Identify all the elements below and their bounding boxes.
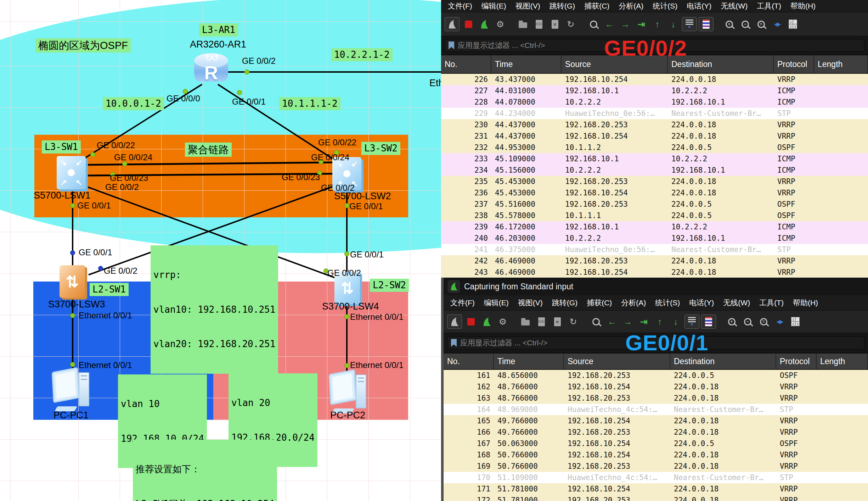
packet-row[interactable]: 237 45.516000 192.168.20.253 224.0.0.5 O… <box>441 199 868 210</box>
packet-row[interactable]: 161 48.656000 192.168.20.253 224.0.0.5 O… <box>444 370 868 381</box>
column-header-length[interactable]: Length <box>814 55 868 73</box>
packet-row[interactable]: 226 43.437000 192.168.10.254 224.0.0.18 … <box>441 74 868 85</box>
column-header-no[interactable]: No. <box>444 354 494 369</box>
menu-item[interactable]: 无线(W) <box>716 1 752 11</box>
find-packet-button[interactable] <box>589 315 603 328</box>
packet-row[interactable]: 170 51.109000 HuaweiTechno_4c:54:… Neare… <box>444 472 868 483</box>
find-packet-button[interactable] <box>586 17 601 31</box>
packet-row[interactable]: 231 44.437000 192.168.10.254 224.0.0.18 … <box>441 130 868 142</box>
go-to-packet-button[interactable]: ⇥ <box>637 315 651 328</box>
router-ar1-icon[interactable]: ↻↺ R <box>194 53 228 86</box>
zoom-reset-button[interactable]: = <box>756 315 771 328</box>
restart-capture-button[interactable] <box>477 17 491 31</box>
start-capture-button[interactable] <box>447 314 462 329</box>
menu-item[interactable]: 电话(Y) <box>684 298 718 308</box>
go-last-button[interactable]: ↓ <box>666 17 680 31</box>
layout-button[interactable]: 123 <box>788 315 802 328</box>
packet-row[interactable]: 239 46.172000 192.168.10.1 10.2.2.2 ICMP <box>441 221 868 233</box>
menu-item[interactable]: 分析(A) <box>614 1 648 11</box>
packet-row[interactable]: 236 45.453000 192.168.10.254 224.0.0.18 … <box>441 187 868 199</box>
capture-options-button[interactable]: ⚙ <box>496 315 510 328</box>
layout-button[interactable]: 123 <box>786 17 800 31</box>
menu-item[interactable]: 帮助(H) <box>786 1 820 11</box>
packet-row[interactable]: 164 48.969000 HuaweiTechno_4c:54:… Neare… <box>444 404 868 415</box>
zoom-in-button[interactable]: + <box>722 17 736 31</box>
packet-row[interactable]: 168 50.766000 192.168.10.254 224.0.0.18 … <box>444 449 868 461</box>
go-forward-button[interactable]: → <box>621 315 635 328</box>
menu-item[interactable]: 视图(V) <box>513 298 547 308</box>
switch-l2-sw1-icon[interactable]: ⇅ <box>60 265 85 298</box>
packet-row[interactable]: 230 44.437000 192.168.20.253 224.0.0.18 … <box>441 119 868 130</box>
menu-item[interactable]: 工具(T) <box>752 1 786 11</box>
zoom-out-button[interactable]: − <box>740 315 755 328</box>
go-first-button[interactable]: ↑ <box>650 17 664 31</box>
packet-row[interactable]: 166 49.766000 192.168.20.253 224.0.0.18 … <box>444 427 868 438</box>
menu-item[interactable]: 工具(T) <box>755 298 788 308</box>
packet-row[interactable]: 172 51.781000 192.168.20.253 224.0.0.18 … <box>444 495 868 501</box>
stop-capture-button[interactable] <box>461 17 475 31</box>
packet-row[interactable]: 163 48.766000 192.168.20.253 224.0.0.18 … <box>444 393 868 404</box>
menu-item[interactable]: 编辑(E) <box>479 298 513 308</box>
column-header-time[interactable]: Time <box>491 55 562 73</box>
menu-item[interactable]: 电话(Y) <box>682 1 716 11</box>
column-header-length[interactable]: Length <box>817 354 868 369</box>
menu-item[interactable]: 分析(A) <box>616 298 650 308</box>
pc2-icon[interactable] <box>327 372 368 415</box>
menu-item[interactable]: 文件(F) <box>446 298 479 308</box>
packet-row[interactable]: 243 46.469000 192.168.10.254 224.0.0.18 … <box>441 267 868 278</box>
menu-item[interactable]: 跳转(G) <box>547 298 582 308</box>
close-file-button[interactable]: ✕ <box>550 315 564 328</box>
open-file-button[interactable] <box>516 17 530 31</box>
packet-row[interactable]: 227 44.031000 192.168.10.1 10.2.2.2 ICMP <box>441 85 868 96</box>
reload-file-button[interactable]: ↻ <box>566 315 580 328</box>
resize-columns-button[interactable]: ◀▶ <box>772 315 787 328</box>
packet-row[interactable]: 234 45.156000 10.2.2.2 192.168.10.1 ICMP <box>441 165 868 176</box>
go-back-button[interactable]: ← <box>602 17 616 31</box>
autoscroll-toggle[interactable]: ▼ <box>684 314 699 329</box>
open-file-button[interactable] <box>518 315 532 328</box>
menu-item[interactable]: 捕获(C) <box>580 1 614 11</box>
save-file-button[interactable]: 0101 <box>532 17 546 31</box>
column-header-source[interactable]: Source <box>564 354 670 369</box>
go-to-packet-button[interactable]: ⇥ <box>634 17 648 31</box>
menu-item[interactable]: 视图(V) <box>511 1 545 11</box>
filter-bookmark-icon[interactable] <box>449 41 454 49</box>
menu-item[interactable]: 统计(S) <box>648 1 682 11</box>
save-file-button[interactable]: 0101 <box>534 315 548 328</box>
go-forward-button[interactable]: → <box>618 17 632 31</box>
zoom-in-button[interactable]: + <box>725 315 739 328</box>
packet-row[interactable]: 235 45.453000 192.168.20.253 224.0.0.18 … <box>441 176 868 187</box>
packet-row[interactable]: 165 49.766000 192.168.10.254 224.0.0.18 … <box>444 415 868 427</box>
menu-item[interactable]: 帮助(H) <box>788 298 823 308</box>
packet-row[interactable]: 238 45.578000 10.1.1.1 224.0.0.5 OSPF <box>441 210 868 221</box>
stop-capture-button[interactable] <box>464 315 478 328</box>
colorize-toggle[interactable] <box>699 17 714 31</box>
packet-row[interactable]: 240 46.203000 10.2.2.2 192.168.10.1 ICMP <box>441 233 868 244</box>
packet-row[interactable]: 233 45.109000 192.168.10.1 10.2.2.2 ICMP <box>441 153 868 165</box>
menu-item[interactable]: 跳转(G) <box>545 1 580 11</box>
packet-row[interactable]: 228 44.078000 10.2.2.2 192.168.10.1 ICMP <box>441 96 868 108</box>
go-last-button[interactable]: ↓ <box>669 315 683 328</box>
column-header-no[interactable]: No. <box>441 55 491 73</box>
switch-l3-sw1-icon[interactable]: ↘↙ ↗↖ <box>57 156 86 189</box>
start-capture-button[interactable] <box>445 17 460 31</box>
column-header-protocol[interactable]: Protocol <box>776 354 817 369</box>
capture-options-button[interactable]: ⚙ <box>493 17 507 31</box>
column-header-protocol[interactable]: Protocol <box>774 55 814 73</box>
packet-row[interactable]: 241 46.375000 HuaweiTechno_0e:56:… Neare… <box>441 244 868 255</box>
zoom-reset-button[interactable]: = <box>754 17 768 31</box>
zoom-out-button[interactable]: − <box>738 17 752 31</box>
go-first-button[interactable]: ↑ <box>653 315 667 328</box>
menu-item[interactable]: 捕获(C) <box>582 298 616 308</box>
resize-columns-button[interactable]: ◀▶ <box>770 17 784 31</box>
menu-item[interactable]: 文件(F) <box>443 1 477 11</box>
menu-item[interactable]: 编辑(E) <box>477 1 511 11</box>
close-file-button[interactable]: ✕ <box>548 17 562 31</box>
packet-row[interactable]: 171 51.781000 192.168.10.254 224.0.0.18 … <box>444 483 868 495</box>
autoscroll-toggle[interactable]: ▼ <box>682 17 697 31</box>
topology-canvas[interactable]: ↻↺ R ↘↙ ↗↖ ↘↙ ↗↖ ⇅ ⇅ 椭圆的区域为OSPF L3-AR1 1… <box>0 0 441 501</box>
packet-row[interactable]: 232 44.953000 10.1.1.2 224.0.0.5 OSPF <box>441 142 868 153</box>
title-bar[interactable]: Capturing from Standard input <box>444 278 868 295</box>
filter-bookmark-icon[interactable] <box>451 339 457 347</box>
packet-row[interactable]: 162 48.766000 192.168.10.254 224.0.0.18 … <box>444 381 868 393</box>
